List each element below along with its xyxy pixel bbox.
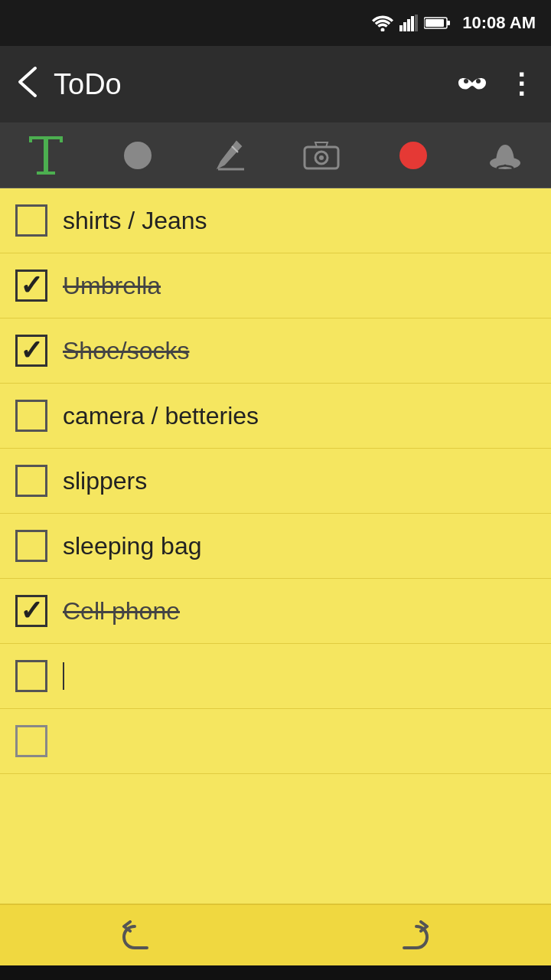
- svg-rect-4: [411, 16, 414, 31]
- svg-rect-7: [447, 21, 450, 25]
- paint-tool-button[interactable]: [115, 132, 161, 178]
- checkbox-input[interactable]: [15, 660, 47, 692]
- svg-point-10: [476, 79, 481, 83]
- checkbox-2[interactable]: ✓: [15, 270, 47, 302]
- item-text-1: shirts / Jeans: [63, 207, 207, 235]
- checkmark-7: ✓: [20, 597, 43, 625]
- incognito-tool-button[interactable]: [482, 132, 528, 178]
- svg-point-18: [399, 142, 427, 169]
- svg-rect-3: [407, 19, 410, 31]
- todo-item-5: slippers: [0, 449, 551, 514]
- bottom-toolbar: [0, 904, 551, 965]
- action-icons: ⋮: [455, 66, 536, 103]
- todo-item-6: sleeping bag: [0, 514, 551, 579]
- todo-item-4: camera / betteries: [0, 384, 551, 449]
- checkbox-6[interactable]: [15, 530, 47, 562]
- svg-point-17: [319, 155, 324, 160]
- checkbox-4[interactable]: [15, 400, 47, 432]
- checkbox-7[interactable]: ✓: [15, 595, 47, 627]
- formatting-toolbar: [0, 122, 551, 188]
- checkbox-3[interactable]: ✓: [15, 335, 47, 367]
- mask-icon[interactable]: [455, 66, 489, 103]
- checkmark-2: ✓: [20, 272, 43, 299]
- text-tool-button[interactable]: [23, 132, 69, 178]
- todo-item-input[interactable]: [0, 644, 551, 709]
- nav-bar: [0, 965, 551, 980]
- camera-tool-button[interactable]: [298, 132, 344, 178]
- more-options-button[interactable]: ⋮: [507, 68, 536, 100]
- todo-item-2: ✓ Umbrella: [0, 253, 551, 318]
- item-text-4: camera / betteries: [63, 402, 259, 430]
- text-cursor: [63, 662, 64, 690]
- checkmark-3: ✓: [20, 337, 43, 364]
- back-button[interactable]: [15, 65, 38, 104]
- svg-rect-2: [403, 22, 406, 31]
- record-tool-button[interactable]: [390, 132, 436, 178]
- svg-point-9: [464, 79, 468, 83]
- pen-tool-button[interactable]: [207, 132, 253, 178]
- item-text-6: sleeping bag: [63, 532, 201, 560]
- signal-icon: [399, 15, 418, 31]
- checkbox-5[interactable]: [15, 465, 47, 497]
- svg-point-0: [381, 28, 385, 32]
- item-text-3: Shoe/socks: [63, 337, 189, 365]
- status-time: 10:08 AM: [462, 13, 536, 33]
- item-text-2: Umbrella: [63, 272, 161, 300]
- wifi-icon: [372, 15, 393, 31]
- svg-rect-5: [415, 15, 418, 31]
- checkbox-1[interactable]: [15, 204, 47, 237]
- action-bar: ToDo ⋮: [0, 46, 551, 122]
- empty-row-1: [0, 709, 551, 774]
- svg-rect-1: [399, 25, 403, 31]
- todo-list: shirts / Jeans ✓ Umbrella ✓ Shoe/socks c…: [0, 188, 551, 904]
- empty-checkbox-1[interactable]: [15, 725, 47, 757]
- battery-icon: [424, 16, 450, 30]
- svg-point-13: [124, 142, 152, 169]
- todo-item-7: ✓ Cell phone: [0, 579, 551, 644]
- status-bar: 10:08 AM: [0, 0, 551, 46]
- svg-rect-8: [425, 19, 444, 27]
- page-title: ToDo: [54, 68, 455, 101]
- undo-button[interactable]: [107, 913, 168, 959]
- status-icons: 10:08 AM: [372, 13, 536, 33]
- todo-item-1: shirts / Jeans: [0, 188, 551, 253]
- item-text-5: slippers: [63, 467, 147, 495]
- redo-button[interactable]: [383, 913, 444, 959]
- empty-area: [0, 774, 551, 904]
- item-text-7: Cell phone: [63, 597, 180, 626]
- todo-item-3: ✓ Shoe/socks: [0, 318, 551, 384]
